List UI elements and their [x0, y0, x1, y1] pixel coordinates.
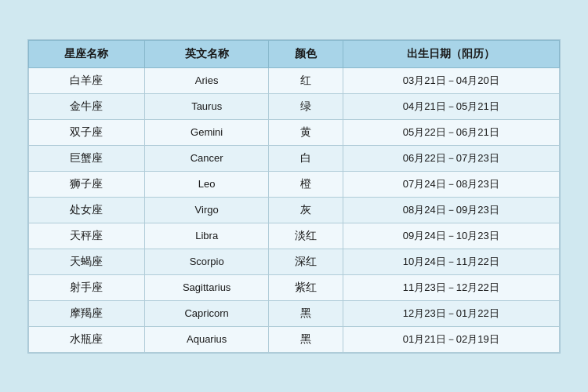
column-header-1: 英文名称 [144, 40, 268, 67]
table-cell-3-2: 白 [269, 145, 343, 171]
table-cell-8-1: Sagittarius [144, 274, 268, 300]
table-cell-10-1: Aquarius [144, 326, 268, 352]
table-cell-9-2: 黑 [269, 300, 343, 326]
table-cell-8-0: 射手座 [29, 274, 145, 300]
table-cell-9-0: 摩羯座 [29, 300, 145, 326]
table-cell-1-2: 绿 [269, 93, 343, 119]
table-cell-1-1: Taurus [144, 93, 268, 119]
table-row: 处女座Virgo灰08月24日－09月23日 [29, 197, 560, 223]
column-header-0: 星座名称 [29, 40, 145, 67]
table-cell-8-2: 紫红 [269, 274, 343, 300]
table-cell-7-3: 10月24日－11月22日 [343, 249, 559, 274]
table-row: 摩羯座Capricorn黑12月23日－01月22日 [29, 300, 560, 326]
zodiac-table-container: 星座名称英文名称颜色出生日期（阳历） 白羊座Aries红03月21日－04月20… [27, 39, 561, 354]
table-cell-6-0: 天秤座 [29, 223, 145, 249]
table-cell-0-0: 白羊座 [29, 67, 145, 93]
table-cell-6-1: Libra [144, 223, 268, 249]
table-cell-4-1: Leo [144, 171, 268, 197]
table-cell-0-2: 红 [269, 67, 343, 93]
table-cell-2-1: Gemini [144, 119, 268, 145]
table-cell-2-2: 黄 [269, 119, 343, 145]
table-body: 白羊座Aries红03月21日－04月20日金牛座Taurus绿04月21日－0… [29, 67, 560, 352]
table-cell-0-3: 03月21日－04月20日 [343, 67, 559, 93]
table-cell-5-0: 处女座 [29, 197, 145, 223]
table-cell-3-3: 06月22日－07月23日 [343, 145, 559, 171]
table-row: 天蝎座Scorpio深红10月24日－11月22日 [29, 249, 560, 274]
table-cell-1-3: 04月21日－05月21日 [343, 93, 559, 119]
table-cell-10-0: 水瓶座 [29, 326, 145, 352]
table-cell-6-2: 淡红 [269, 223, 343, 249]
zodiac-table: 星座名称英文名称颜色出生日期（阳历） 白羊座Aries红03月21日－04月20… [28, 40, 560, 353]
table-cell-9-1: Capricorn [144, 300, 268, 326]
table-cell-10-2: 黑 [269, 326, 343, 352]
table-cell-0-1: Aries [144, 67, 268, 93]
table-cell-4-2: 橙 [269, 171, 343, 197]
table-cell-5-3: 08月24日－09月23日 [343, 197, 559, 223]
table-cell-9-3: 12月23日－01月22日 [343, 300, 559, 326]
table-cell-7-2: 深红 [269, 249, 343, 274]
table-cell-5-1: Virgo [144, 197, 268, 223]
column-header-3: 出生日期（阳历） [343, 40, 559, 67]
table-cell-3-1: Cancer [144, 145, 268, 171]
table-row: 天秤座Libra淡红09月24日－10月23日 [29, 223, 560, 249]
table-row: 水瓶座Aquarius黑01月21日－02月19日 [29, 326, 560, 352]
table-row: 射手座Sagittarius紫红11月23日－12月22日 [29, 274, 560, 300]
table-cell-4-3: 07月24日－08月23日 [343, 171, 559, 197]
table-cell-2-0: 双子座 [29, 119, 145, 145]
table-cell-10-3: 01月21日－02月19日 [343, 326, 559, 352]
table-row: 狮子座Leo橙07月24日－08月23日 [29, 171, 560, 197]
table-cell-1-0: 金牛座 [29, 93, 145, 119]
table-cell-7-1: Scorpio [144, 249, 268, 274]
table-row: 巨蟹座Cancer白06月22日－07月23日 [29, 145, 560, 171]
table-cell-3-0: 巨蟹座 [29, 145, 145, 171]
column-header-2: 颜色 [269, 40, 343, 67]
table-row: 金牛座Taurus绿04月21日－05月21日 [29, 93, 560, 119]
table-cell-7-0: 天蝎座 [29, 249, 145, 274]
table-cell-2-3: 05月22日－06月21日 [343, 119, 559, 145]
table-cell-6-3: 09月24日－10月23日 [343, 223, 559, 249]
table-cell-4-0: 狮子座 [29, 171, 145, 197]
table-row: 白羊座Aries红03月21日－04月20日 [29, 67, 560, 93]
table-header-row: 星座名称英文名称颜色出生日期（阳历） [29, 40, 560, 67]
table-cell-5-2: 灰 [269, 197, 343, 223]
table-cell-8-3: 11月23日－12月22日 [343, 274, 559, 300]
table-row: 双子座Gemini黄05月22日－06月21日 [29, 119, 560, 145]
